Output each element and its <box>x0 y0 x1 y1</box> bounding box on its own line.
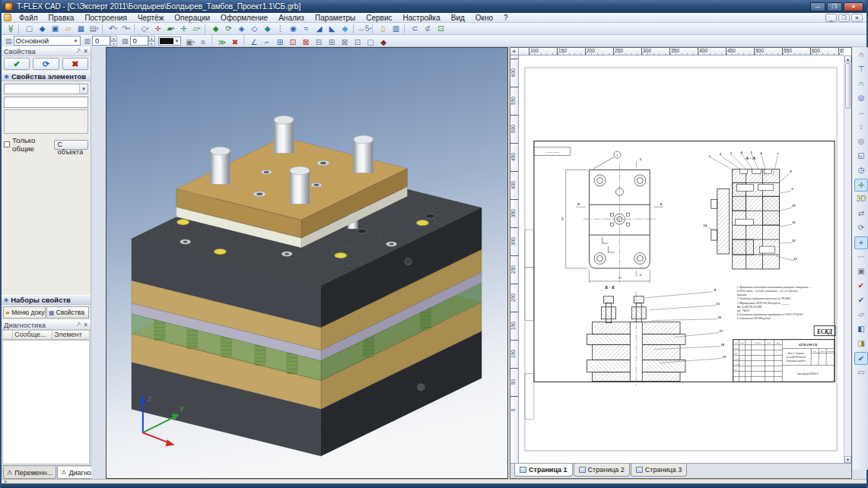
fit-width-button[interactable]: ↔ <box>854 106 868 119</box>
diagnostics-list[interactable] <box>2 340 90 464</box>
mdi-restore-button[interactable]: ❒ <box>838 14 850 22</box>
database-button[interactable]: ◆ <box>377 37 390 48</box>
3d-viewport[interactable]: Z Y <box>106 47 508 479</box>
page-tab-2[interactable]: Страница 2 <box>574 464 630 477</box>
restore-button[interactable]: ❒ <box>827 2 842 11</box>
revolve-button[interactable]: ⟳ <box>222 24 235 34</box>
node-mode-button[interactable]: ⌐ <box>261 37 274 48</box>
from-object-button[interactable]: С объекта <box>54 140 88 150</box>
Окно[interactable]: Окно <box>470 14 498 22</box>
shaded-cube-button[interactable]: ◨ <box>854 337 868 350</box>
close-button[interactable]: ✕ <box>844 2 863 11</box>
property-memo[interactable] <box>4 109 88 134</box>
Операции[interactable]: Операции <box>169 14 215 22</box>
apply-button[interactable]: ✔ <box>4 58 30 70</box>
close-icon[interactable]: ✕ <box>83 48 88 55</box>
priority-stepper[interactable]: ▲▼ <box>148 36 155 46</box>
toggle-lines-button[interactable]: ⊡ <box>287 37 300 48</box>
scroll-down-icon[interactable]: ▼ <box>844 456 851 463</box>
ruler-origin-button[interactable]: ✛ <box>510 48 519 55</box>
tab-variables[interactable]: ⚠ Переменн... <box>3 467 56 479</box>
new-page-button[interactable]: ▢ <box>364 37 377 48</box>
panel-splitter[interactable] <box>91 46 106 479</box>
vertical-ruler[interactable]: 600550500450400350300250200150100500 <box>510 55 519 463</box>
new-3d-model-button[interactable]: ◆ <box>36 24 49 34</box>
toggle-hatch-button[interactable]: ⊟ <box>313 37 326 48</box>
workplane-button[interactable]: ▰ <box>164 24 177 34</box>
zoom-window-button[interactable]: ◱ <box>854 150 868 163</box>
Вид[interactable]: Вид <box>446 14 470 22</box>
cancel-edit-button[interactable]: ✖ <box>229 37 242 48</box>
Анализ[interactable]: Анализ <box>273 14 310 22</box>
copy-view-button[interactable]: ▣ <box>854 265 868 278</box>
attach-fragment-button[interactable]: ⊂ <box>409 24 421 34</box>
pin-view-button[interactable]: ⊤ <box>854 63 868 76</box>
snap-on-button[interactable]: ∩ <box>854 78 868 90</box>
zoom-button[interactable]: ◎ <box>854 92 868 105</box>
new-document-button[interactable]: ▢ <box>23 24 36 34</box>
page-tab-3[interactable]: Страница 3 <box>631 464 687 477</box>
print-button[interactable]: ▤ <box>87 24 100 34</box>
drawing-button[interactable]: ◇ <box>138 24 151 34</box>
Файл[interactable]: Файл <box>14 14 43 22</box>
Настройка[interactable]: Настройка <box>398 14 446 22</box>
construction-lines-button[interactable]: ∠ <box>248 37 261 48</box>
Правка[interactable]: Правка <box>43 14 80 22</box>
shell-button[interactable]: ◣ <box>326 24 339 34</box>
grid-button[interactable]: ⊞ <box>274 37 287 48</box>
copy-array-button[interactable]: ⋮ <box>274 24 287 34</box>
apply-button[interactable]: ≫ <box>5 22 16 35</box>
axes-button[interactable]: ✛ <box>151 24 164 34</box>
save-button[interactable]: ▦ <box>75 24 87 34</box>
check-model-button[interactable]: ✔ <box>854 280 868 293</box>
model-tree-button[interactable]: ≡ <box>197 37 210 48</box>
?[interactable]: ? <box>498 14 513 22</box>
icon-column-header[interactable] <box>2 330 13 340</box>
zoom-previous-button[interactable]: ◎ <box>854 135 868 148</box>
extrude-button[interactable]: ◆ <box>209 24 222 34</box>
Чертёж[interactable]: Чертёж <box>132 14 169 22</box>
element-type-combo[interactable]: ▼ <box>4 84 88 94</box>
start-edit-button[interactable]: ≫ <box>216 37 229 48</box>
measure-button[interactable]: ↔5 <box>358 24 370 34</box>
mode-3d-button[interactable]: 3D <box>854 193 868 206</box>
element-column-header[interactable]: Элемент <box>52 330 90 340</box>
message-column-header[interactable]: Сообще... <box>13 330 52 340</box>
snap-off-button[interactable]: ∩ <box>854 49 868 62</box>
property-value-input[interactable] <box>4 97 88 108</box>
pan-horizontal-button[interactable]: ⇄ <box>854 208 868 220</box>
mdi-minimize-button[interactable]: _ <box>825 14 837 22</box>
undo-button[interactable]: ↶ <box>107 24 119 34</box>
Оформление[interactable]: Оформление <box>215 14 273 22</box>
recheck-model-button[interactable]: ✔ <box>854 294 868 307</box>
fit-height-button[interactable]: ↕ <box>854 121 868 134</box>
only-common-checkbox[interactable] <box>4 141 10 147</box>
layer-combo[interactable]: Основной ▼ <box>14 36 81 46</box>
toggle-nodes-button[interactable]: ⊠ <box>300 37 313 48</box>
hole-button[interactable]: ◉ <box>287 24 300 34</box>
chamfer-button[interactable]: ◢ <box>313 24 326 34</box>
level-field[interactable]: 0 <box>92 36 110 46</box>
open-button[interactable]: ▱ <box>62 24 75 34</box>
close-icon[interactable]: ✕ <box>83 322 88 328</box>
level-stepper[interactable]: ▲▼ <box>110 36 117 46</box>
lcs-button[interactable]: ✛ <box>177 24 190 34</box>
layers-window-button[interactable]: ▣ <box>184 37 197 48</box>
boolean-union-button[interactable]: ◈ <box>235 24 248 34</box>
selected-cube-button[interactable]: ✔ <box>854 352 868 365</box>
minimize-button[interactable]: — <box>810 2 825 11</box>
blend-button[interactable]: ◆ <box>261 24 274 34</box>
viewport-rect-button[interactable]: ▭ <box>854 366 868 379</box>
color-swatch[interactable]: ▼ <box>158 36 181 46</box>
refresh-button[interactable]: ⟳ <box>33 58 59 70</box>
properties-toggle[interactable]: ▦Свойства <box>46 306 89 318</box>
face-workplane-button[interactable]: ▱ <box>190 24 203 34</box>
workplane-view-button[interactable]: ▱ <box>854 309 868 322</box>
new-window-button[interactable]: ▣ <box>49 24 62 34</box>
check-document-button[interactable]: ▯ <box>377 24 389 34</box>
spiral-button[interactable]: ≈ <box>300 24 313 34</box>
scrollbar-thumb[interactable] <box>845 63 851 109</box>
sweep-button[interactable]: ◆ <box>339 24 351 34</box>
cancel-button[interactable]: ✖ <box>62 58 88 70</box>
pan-button[interactable]: ✛ <box>854 179 868 192</box>
